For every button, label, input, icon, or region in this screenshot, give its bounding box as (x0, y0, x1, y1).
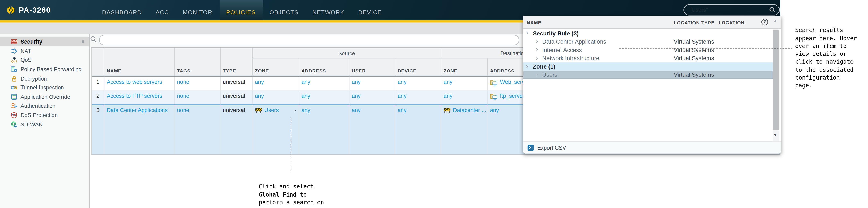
scrollbar-up-icon[interactable]: ▲ (773, 19, 777, 22)
tab-acc[interactable]: ACC (149, 0, 176, 20)
tags-cell: none (175, 105, 221, 154)
group-header-source: Source (253, 48, 441, 59)
result-group-zone[interactable]: › Zone (1) (523, 62, 773, 71)
address-group-icon (490, 79, 498, 87)
tags-cell: none (175, 91, 221, 105)
chevron-right-icon[interactable]: › (534, 39, 539, 44)
tab-policies[interactable]: POLICIES (219, 0, 262, 20)
chevron-right-icon[interactable]: › (534, 47, 539, 52)
security-policy-icon (11, 39, 17, 45)
annotation-global-find: Click and select Global Find to perform … (259, 174, 364, 208)
sidebar-item-label: NAT (21, 48, 31, 54)
policy-filter-input[interactable] (99, 35, 519, 45)
result-item[interactable]: › Internet Access Virtual Systems (523, 45, 773, 54)
zone-icon (443, 108, 451, 114)
sidebar-item-label: Tunnel Inspection (21, 85, 64, 91)
source-zone-cell: any (253, 91, 299, 105)
result-location-type: Virtual Systems (674, 46, 714, 53)
chevron-right-icon[interactable]: › (534, 56, 539, 61)
policies-sidebar: Security NAT QoS QoS Policy Base (0, 34, 90, 208)
qos-icon: QoS (11, 57, 17, 63)
col-header-dest-zone[interactable]: ZONE (441, 59, 488, 77)
col-header-source-address[interactable]: ADDRESS (299, 59, 350, 77)
source-zone-cell: Users ⌄ (253, 105, 299, 154)
tab-monitor[interactable]: MONITOR (176, 0, 219, 20)
sidebar-item-qos[interactable]: QoS QoS (0, 56, 89, 65)
result-name[interactable]: Internet Access (542, 46, 582, 53)
results-header: NAME LOCATION TYPE LOCATION ? (523, 16, 780, 29)
callout-line-vertical (291, 117, 291, 172)
device-cell: any (396, 77, 441, 91)
rule-number: 2 (92, 91, 104, 105)
results-col-location: LOCATION (719, 20, 745, 25)
tab-network[interactable]: NETWORK (305, 0, 351, 20)
result-item-users-highlighted[interactable]: › Users Virtual Systems (523, 71, 773, 79)
results-scrollbar[interactable] (773, 29, 779, 141)
export-csv-icon[interactable]: X (527, 145, 533, 151)
scrollbar-thumb[interactable] (773, 31, 779, 130)
rule-name-link[interactable]: Access to web servers (107, 79, 162, 85)
tab-dashboard[interactable]: DASHBOARD (95, 0, 149, 20)
sidebar-item-label: QoS (21, 57, 32, 63)
device-title: PA-3260 (19, 6, 51, 14)
sidebar-item-dos-protection[interactable]: DoS Protection (0, 111, 89, 120)
chevron-right-icon[interactable]: › (534, 72, 539, 77)
authentication-icon (11, 103, 17, 109)
col-header-source-zone[interactable]: ZONE (253, 59, 299, 77)
sidebar-item-sd-wan[interactable]: SD-WAN (0, 119, 89, 129)
user-cell: any (349, 77, 395, 91)
col-header-number (92, 48, 104, 77)
col-header-user[interactable]: USER (349, 59, 395, 77)
col-header-type[interactable]: TYPE (221, 48, 253, 77)
result-item[interactable]: › Data Center Applications Virtual Syste… (523, 37, 773, 45)
global-find-input[interactable]: "Users" (683, 4, 780, 15)
tags-cell: none (175, 77, 221, 91)
sidebar-item-label: SD-WAN (21, 121, 43, 128)
result-name[interactable]: Network Infrastructure (542, 55, 599, 61)
result-name[interactable]: Data Center Applications (542, 38, 606, 44)
export-csv-button[interactable]: Export CSV (537, 145, 566, 151)
annotation-search-results: Search results appear here. Hover over a… (795, 18, 868, 89)
tab-objects[interactable]: OBJECTS (262, 0, 306, 20)
tab-device[interactable]: DEVICE (351, 0, 389, 20)
rule-name-link[interactable]: Data Center Applications (107, 107, 167, 113)
type-cell: universal (221, 105, 253, 154)
sidebar-item-label: Security (21, 39, 42, 45)
user-cell: any (349, 105, 395, 154)
result-item[interactable]: › Network Infrastructure Virtual Systems (523, 54, 773, 62)
results-col-location-type: LOCATION TYPE (674, 20, 714, 25)
rule-name-link[interactable]: Access to FTP servers (107, 93, 162, 99)
global-find-value: "Users" (690, 7, 769, 13)
sidebar-item-decryption[interactable]: Decryption (0, 74, 89, 83)
sidebar-item-application-override[interactable]: Application Override (0, 92, 89, 101)
search-icon[interactable] (769, 6, 776, 13)
brand: PA-3260 (6, 5, 51, 15)
help-icon[interactable]: ? (761, 19, 768, 25)
type-cell: universal (221, 91, 253, 105)
decryption-icon (11, 75, 17, 81)
sidebar-item-nat[interactable]: NAT (0, 46, 89, 56)
sidebar-item-security[interactable]: Security (0, 37, 89, 46)
sidebar-item-policy-based-forwarding[interactable]: Policy Based Forwarding (0, 65, 89, 74)
application-override-icon (11, 94, 17, 100)
result-group-security-rule[interactable]: › Security Rule (3) (523, 29, 773, 37)
device-cell: any (396, 91, 441, 105)
scrollbar-down-icon[interactable]: ▼ (773, 133, 777, 137)
sidebar-item-tunnel-inspection[interactable]: Tunnel Inspection (0, 83, 89, 92)
dest-zone-cell: any (441, 91, 488, 105)
col-header-name[interactable]: NAME (104, 48, 175, 77)
chevron-right-icon[interactable]: › (525, 31, 529, 35)
sidebar-item-authentication[interactable]: Authentication (0, 101, 89, 111)
result-name[interactable]: Users (542, 71, 557, 78)
sidebar-item-label: DoS Protection (21, 112, 58, 118)
filter-search-icon[interactable] (90, 36, 97, 43)
rule-number: 3 (92, 105, 104, 154)
policy-based-forwarding-icon (11, 66, 17, 72)
col-header-tags[interactable]: TAGS (175, 48, 221, 77)
result-location-type: Virtual Systems (674, 71, 714, 78)
col-header-device[interactable]: DEVICE (396, 59, 441, 77)
chevron-right-icon[interactable]: › (525, 64, 529, 69)
search-results-panel: NAME LOCATION TYPE LOCATION ? › Security… (523, 16, 780, 153)
zone-dropdown-caret-icon[interactable]: ⌄ (293, 107, 297, 113)
dos-protection-icon (11, 112, 17, 118)
